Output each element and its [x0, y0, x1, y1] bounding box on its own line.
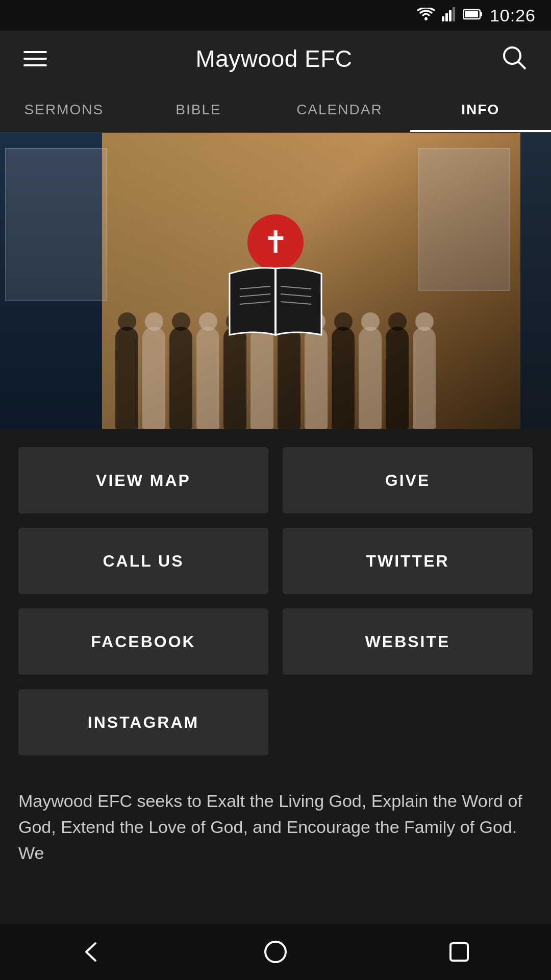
call-us-button[interactable]: CALL US — [18, 528, 268, 594]
tab-bar: SERMONS BIBLE CALENDAR INFO — [0, 87, 551, 133]
svg-point-8 — [504, 47, 520, 64]
battery-icon — [463, 9, 483, 22]
home-button[interactable] — [255, 932, 296, 972]
search-button[interactable] — [496, 39, 533, 78]
facebook-button[interactable]: FACEBOOK — [18, 608, 268, 675]
wifi-icon — [417, 8, 435, 23]
nav-bar — [0, 924, 551, 980]
twitter-button[interactable]: TWITTER — [283, 528, 533, 594]
svg-line-9 — [518, 62, 525, 69]
menu-button[interactable] — [18, 46, 52, 71]
description-section: Maywood EFC seeks to Exalt the Living Go… — [0, 770, 551, 887]
person-3 — [169, 327, 192, 429]
person-9 — [332, 327, 355, 429]
person-4 — [196, 327, 219, 429]
svg-point-17 — [265, 942, 286, 962]
description-text: Maywood EFC seeks to Exalt the Living Go… — [18, 788, 533, 866]
svg-rect-18 — [450, 943, 468, 961]
person-1 — [115, 327, 138, 429]
hamburger-line — [23, 64, 47, 66]
hamburger-line — [23, 58, 47, 60]
back-button[interactable] — [71, 932, 112, 972]
person-2 — [142, 327, 165, 429]
signal-icon — [442, 7, 456, 23]
status-time: 10:26 — [490, 6, 536, 26]
view-map-button[interactable]: VIEW MAP — [18, 447, 268, 513]
svg-rect-2 — [445, 13, 448, 21]
svg-rect-4 — [453, 7, 455, 21]
person-11 — [386, 327, 409, 429]
church-logo: ✝ — [219, 214, 332, 347]
tab-bible[interactable]: BIBLE — [128, 87, 269, 132]
action-buttons-section: VIEW MAP GIVE CALL US TWITTER FACEBOOK W… — [0, 429, 551, 755]
status-bar: 10:26 — [0, 0, 551, 31]
svg-rect-7 — [465, 11, 478, 17]
open-book-icon — [224, 253, 327, 347]
website-button[interactable]: WEBSITE — [283, 608, 533, 675]
instagram-button[interactable]: INSTAGRAM — [18, 689, 268, 755]
svg-rect-3 — [449, 10, 452, 21]
status-icons: 10:26 — [417, 6, 536, 26]
svg-point-0 — [424, 17, 428, 20]
btn-row-2: CALL US TWITTER — [18, 528, 533, 594]
app-title: Maywood EFC — [195, 45, 352, 72]
person-10 — [359, 327, 382, 429]
svg-rect-1 — [442, 16, 444, 21]
tab-calendar[interactable]: CALENDAR — [269, 87, 410, 132]
hamburger-line — [23, 51, 47, 53]
svg-rect-6 — [480, 12, 482, 16]
give-button[interactable]: GIVE — [283, 447, 533, 513]
tab-info[interactable]: INFO — [410, 87, 551, 132]
btn-row-3: FACEBOOK WEBSITE — [18, 608, 533, 675]
btn-row-1: VIEW MAP GIVE — [18, 447, 533, 513]
btn-row-4: INSTAGRAM — [18, 689, 533, 755]
app-bar: Maywood EFC — [0, 31, 551, 87]
person-12 — [413, 327, 436, 429]
recents-button[interactable] — [439, 932, 480, 972]
tab-sermons[interactable]: SERMONS — [0, 87, 128, 132]
church-banner: ✝ — [0, 133, 551, 429]
